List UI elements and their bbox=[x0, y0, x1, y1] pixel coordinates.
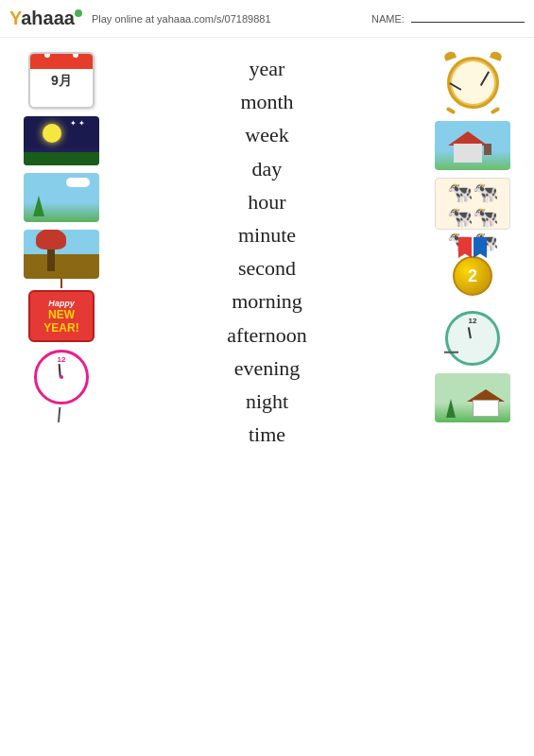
night-scene-image: ✦ ✦ bbox=[24, 116, 99, 165]
clock-face bbox=[452, 61, 494, 104]
hny-happy: Happy bbox=[48, 299, 75, 308]
alarm-leg-left bbox=[445, 107, 456, 114]
wc-minute-hand bbox=[58, 407, 60, 422]
clock-hour-hand bbox=[449, 82, 461, 91]
hny-new: NEW bbox=[48, 308, 75, 321]
calendar-month: 9月 bbox=[51, 69, 72, 90]
cow-icon-3: 🐄 bbox=[447, 205, 473, 230]
ribbon-left bbox=[458, 237, 472, 258]
name-underline bbox=[411, 22, 525, 23]
main-content: 9月 ✦ ✦ Happy NEW YEAR! 12 bbox=[0, 38, 534, 460]
gh-tree bbox=[446, 399, 456, 418]
header: Yahaaa Play online at yahaaa.com/s/07189… bbox=[0, 0, 534, 38]
word-second: second bbox=[238, 251, 296, 284]
medal-circle: 2 bbox=[453, 256, 492, 296]
day-cloud bbox=[66, 178, 90, 187]
green-house-image bbox=[435, 373, 510, 422]
rc-hour-hand bbox=[468, 327, 472, 338]
cows-image: 🐄 🐄 🐄 🐄 🐄 🐄 bbox=[435, 178, 510, 230]
logo: Yahaaa bbox=[9, 8, 82, 29]
house-door bbox=[484, 144, 491, 155]
night-ground bbox=[24, 152, 99, 165]
gh-house bbox=[473, 400, 499, 417]
hny-sign-image: Happy NEW YEAR! bbox=[28, 290, 95, 342]
word-day: day bbox=[252, 152, 283, 185]
right-images: 🐄 🐄 🐄 🐄 🐄 🐄 2 12 bbox=[421, 47, 525, 451]
calendar-top bbox=[30, 54, 93, 69]
calendar-image: 9月 bbox=[28, 52, 95, 109]
autumn-tree bbox=[47, 243, 55, 271]
wc-12: 12 bbox=[58, 355, 66, 364]
day-tree bbox=[33, 196, 44, 216]
header-url: Play online at yahaaa.com/s/07189881 bbox=[92, 13, 362, 25]
alarm-clock-image bbox=[442, 52, 504, 113]
day-landscape-image bbox=[24, 173, 99, 222]
cow-icon-2: 🐄 bbox=[473, 180, 498, 205]
cow-icon-4: 🐄 bbox=[473, 205, 498, 230]
night-stars: ✦ ✦ bbox=[70, 119, 85, 128]
rc-12: 12 bbox=[469, 317, 477, 325]
words-list: year month week day hour minute second m… bbox=[113, 47, 421, 451]
clock-body bbox=[447, 57, 499, 109]
round-clock-image: 12 bbox=[445, 311, 500, 366]
ribbon-right bbox=[474, 237, 487, 258]
header-name: NAME: bbox=[371, 13, 525, 25]
word-night: night bbox=[246, 385, 288, 418]
alarm-bell-right bbox=[489, 50, 502, 61]
logo-dot bbox=[75, 9, 82, 17]
word-morning: morning bbox=[232, 284, 302, 318]
autumn-scene-image bbox=[24, 230, 99, 279]
word-year: year bbox=[250, 52, 285, 85]
hny-year: YEAR! bbox=[43, 321, 78, 335]
house-scene-image bbox=[435, 121, 510, 170]
alarm-bell-left bbox=[442, 50, 456, 61]
word-afternoon: afternoon bbox=[227, 318, 306, 352]
cow-icon-1: 🐄 bbox=[447, 180, 473, 205]
medal-image: 2 bbox=[442, 237, 504, 303]
hny-container: Happy NEW YEAR! bbox=[28, 290, 95, 342]
left-images: 9月 ✦ ✦ Happy NEW YEAR! 12 bbox=[9, 47, 113, 451]
alarm-leg-right bbox=[490, 107, 500, 114]
logo-text: Y bbox=[9, 8, 21, 28]
word-minute: minute bbox=[238, 218, 296, 251]
clock-minute-hand bbox=[480, 71, 490, 85]
wc-center-dot bbox=[60, 375, 63, 379]
word-time: time bbox=[249, 418, 285, 451]
word-evening: evening bbox=[234, 352, 301, 385]
word-week: week bbox=[245, 118, 288, 151]
round-clock-face: 12 bbox=[449, 315, 496, 362]
hny-string bbox=[60, 279, 62, 288]
wall-clock-image: 12 bbox=[34, 350, 89, 404]
word-month: month bbox=[240, 85, 293, 118]
house-body bbox=[454, 144, 482, 163]
word-hour: hour bbox=[248, 185, 285, 218]
rc-minute-hand bbox=[444, 352, 458, 353]
